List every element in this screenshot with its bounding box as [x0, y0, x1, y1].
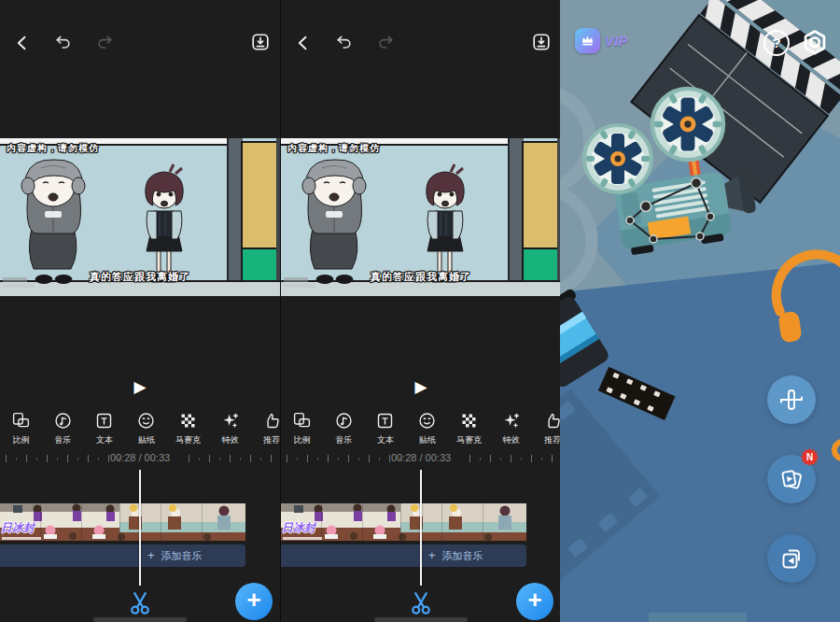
add-music-track[interactable]: + 添加音乐 [281, 544, 526, 567]
redo-icon[interactable] [376, 34, 395, 52]
tool-label: 音乐 [323, 434, 365, 446]
cut-button[interactable] [127, 589, 153, 615]
home-panel: VIP ? N [560, 0, 840, 622]
redo-icon[interactable] [95, 34, 114, 52]
music-icon [334, 411, 354, 431]
tool-label: 音乐 [42, 434, 84, 446]
gear-icon [799, 27, 831, 59]
tool-recommend[interactable]: 推荐 [532, 411, 560, 446]
tool-label: 文本 [84, 434, 126, 446]
tool-mosaic[interactable]: 马赛克 [167, 411, 209, 446]
clip-subtitle-overlay [283, 537, 322, 540]
watermark [284, 277, 315, 288]
back-icon[interactable] [13, 34, 32, 52]
thumbs-up-icon [262, 411, 280, 431]
tool-effects[interactable]: 特效 [209, 411, 251, 446]
music-icon [53, 411, 73, 431]
play-icon: ▶ [414, 378, 427, 396]
gallery-button[interactable] [767, 534, 816, 583]
video-preview[interactable]: 内容虚构，请勿模仿 真的答应跟我离婚了 [281, 138, 560, 296]
playhead [420, 470, 422, 586]
vip-label: VIP [605, 33, 627, 49]
home-indicator [93, 617, 187, 622]
undo-icon[interactable] [335, 34, 354, 52]
thumbs-up-icon [543, 411, 560, 431]
play-button[interactable]: ▶ [0, 377, 280, 398]
tool-label: 特效 [490, 434, 532, 446]
timeline-track[interactable]: 日冰封 [281, 503, 526, 541]
crown-icon [575, 28, 600, 53]
video-preview[interactable]: 内容虚构，请勿模仿 真的答应跟我离婚了 [0, 138, 280, 296]
stacked-gallery-icon [779, 546, 804, 571]
cut-button[interactable] [408, 589, 434, 615]
mosaic-icon [178, 411, 198, 431]
ratio-icon [11, 411, 31, 431]
clip-title-overlay: 日冰封 [282, 520, 315, 536]
video-cards-icon [779, 467, 804, 491]
effects-icon [220, 411, 240, 431]
tool-music[interactable]: 音乐 [323, 411, 365, 446]
timeline-track[interactable]: 日冰封 [0, 503, 245, 541]
shoot-template-button[interactable]: N [767, 455, 816, 503]
undo-icon[interactable] [54, 34, 73, 52]
tool-ratio[interactable]: 比例 [281, 411, 323, 446]
time-display: 00:28 / 00:33 [281, 452, 560, 463]
tool-label: 比例 [0, 434, 42, 446]
tool-music[interactable]: 音乐 [42, 411, 84, 446]
export-icon[interactable] [531, 32, 552, 52]
clip-subtitle-overlay [2, 537, 41, 540]
time-display: 00:28 / 00:33 [0, 452, 280, 463]
plus-icon: + [147, 544, 155, 567]
adjust-body-button[interactable] [767, 375, 816, 424]
ratio-icon [292, 411, 312, 431]
scissors-icon [127, 589, 153, 615]
tool-label: 贴纸 [125, 434, 167, 446]
add-music-label: 添加音乐 [442, 544, 483, 567]
add-music-track[interactable]: + 添加音乐 [0, 544, 245, 567]
tool-label: 文本 [365, 434, 407, 446]
tool-label: 马赛克 [448, 434, 490, 446]
slim-adjust-icon [779, 388, 804, 412]
studio-illustration [560, 0, 840, 622]
subtitle-text: 真的答应跟我离婚了 [19, 270, 261, 284]
help-button[interactable]: ? [763, 30, 790, 56]
tool-sticker[interactable]: 贴纸 [125, 411, 167, 446]
tool-label: 贴纸 [406, 434, 448, 446]
tool-label: 比例 [281, 434, 323, 446]
text-icon [94, 411, 114, 431]
edit-toolbar: 比例 音乐 文本 贴纸 马赛克 特效 推荐 [281, 411, 560, 446]
tool-mosaic[interactable]: 马赛克 [448, 411, 490, 446]
export-icon[interactable] [250, 32, 271, 52]
vip-button[interactable]: VIP [575, 28, 627, 53]
tool-label: 马赛克 [167, 434, 209, 446]
tool-recommend[interactable]: 推荐 [251, 411, 280, 446]
play-button[interactable]: ▶ [281, 377, 560, 398]
clip-title-overlay: 日冰封 [1, 520, 35, 536]
sticker-icon [417, 411, 437, 431]
tool-label: 推荐 [532, 434, 560, 446]
add-clip-button[interactable]: + [516, 583, 553, 620]
mosaic-icon [459, 411, 479, 431]
question-icon: ? [772, 35, 780, 50]
tool-text[interactable]: 文本 [365, 411, 407, 446]
tool-sticker[interactable]: 贴纸 [406, 411, 448, 446]
scissors-icon [408, 589, 434, 615]
plus-icon: + [428, 544, 436, 567]
sticker-icon [136, 411, 156, 431]
settings-button[interactable] [799, 27, 831, 59]
add-clip-button[interactable]: + [235, 583, 273, 620]
effects-icon [501, 411, 521, 431]
tool-text[interactable]: 文本 [84, 411, 126, 446]
tool-label: 特效 [209, 434, 251, 446]
disclaimer-text: 内容虚构，请勿模仿 [7, 142, 99, 155]
playhead [139, 470, 141, 586]
timeline-thumbnails-art [281, 503, 526, 541]
text-icon [375, 411, 395, 431]
subtitle-text: 真的答应跟我离婚了 [300, 270, 542, 284]
add-music-label: 添加音乐 [161, 544, 203, 567]
tool-effects[interactable]: 特效 [490, 411, 532, 446]
tool-ratio[interactable]: 比例 [0, 411, 42, 446]
back-icon[interactable] [294, 34, 313, 52]
editor-panel-right: 内容虚构，请勿模仿 真的答应跟我离婚了 ▶ 比例 音乐 文本 贴纸 马赛克 特效 [280, 0, 560, 622]
tool-label: 推荐 [251, 434, 280, 446]
